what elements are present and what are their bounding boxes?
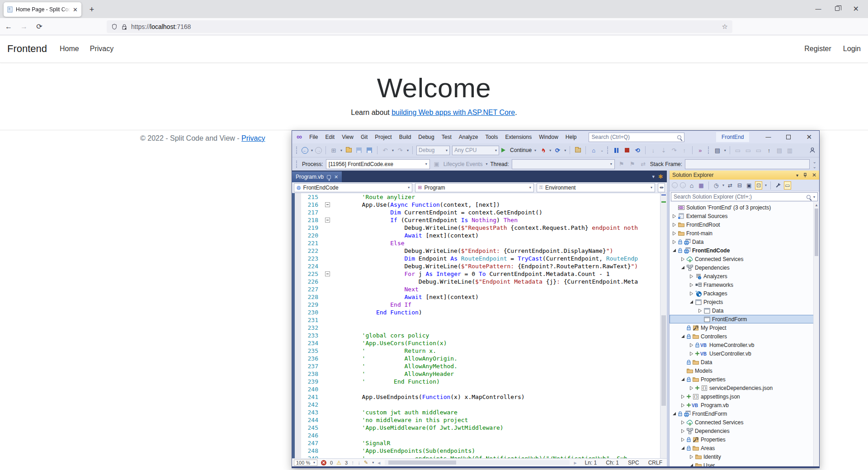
code-line-216[interactable]: 216 App.Use(Async Function(context, [nex… — [292, 201, 667, 209]
tree-item-analyzers[interactable]: iAnalyzers — [670, 272, 819, 280]
solution-explorer-title-bar[interactable]: Solution Explorer ▾ ✕ — [670, 171, 819, 180]
live-share-icon[interactable] — [808, 146, 816, 155]
tree-item-controllers[interactable]: Controllers — [670, 332, 819, 341]
hot-reload-icon[interactable] — [538, 146, 547, 155]
code-line-249[interactable]: 249 ' endpoints.MapHub(Of NotificationHu… — [292, 455, 667, 458]
expander-closed-icon[interactable] — [680, 403, 686, 408]
nav-link-home[interactable]: Home — [60, 45, 79, 53]
login-link[interactable]: Login — [843, 45, 861, 53]
collapse-all-icon[interactable]: ⊟ — [736, 181, 743, 190]
code-line-215[interactable]: 215 'Route anylizer — [292, 193, 667, 201]
expander-closed-icon[interactable] — [689, 343, 694, 347]
tree-scrollbar[interactable]: ▲ — [813, 202, 819, 466]
toolbar-overflow-icon[interactable]: ⌄⌄ — [813, 159, 816, 169]
tree-item-projects[interactable]: Projects — [670, 298, 819, 306]
menu-help[interactable]: Help — [562, 132, 580, 142]
tree-item-solution-frontend-3-of-3-projects[interactable]: Solution 'FrontEnd' (3 of 3 projects) — [670, 203, 819, 212]
tree-item-homecontroller-vb[interactable]: VBHomeController.vb — [670, 341, 819, 349]
menu-project[interactable]: Project — [371, 132, 395, 142]
code-line-226[interactable]: 226 Debug.WriteLine($"Endpoint Metadata … — [292, 278, 667, 285]
code-line-237[interactable]: 237 ' AllowAnyMethod. — [292, 362, 667, 370]
format-document-icon[interactable]: ▤ — [775, 146, 783, 155]
menu-tools[interactable]: Tools — [481, 132, 501, 142]
menu-extensions[interactable]: Extensions — [501, 132, 535, 142]
code-line-218[interactable]: 218 If (CurrentEndpoint Is Nothing) Then — [292, 216, 667, 224]
tree-item-frameworks[interactable]: Frameworks — [670, 280, 819, 289]
expander-closed-icon[interactable] — [671, 231, 677, 236]
expander-closed-icon[interactable] — [689, 351, 694, 356]
pending-changes-icon[interactable]: ◷ — [712, 181, 720, 190]
code-line-219[interactable]: 219 Debug.WriteLine($"RequestPath {conte… — [292, 224, 667, 232]
warning-count[interactable]: 3 — [345, 460, 348, 465]
tree-item-dependencies[interactable]: Dependencies — [670, 263, 819, 272]
menu-file[interactable]: File — [306, 132, 321, 142]
tree-item-frontendform[interactable]: FrontEndForm — [670, 409, 819, 418]
expander-closed-icon[interactable] — [680, 429, 686, 433]
expander-open-icon[interactable] — [671, 412, 677, 416]
code-line-240[interactable]: 240 — [292, 385, 667, 393]
code-line-225[interactable]: 225 For j As Integer = 0 To CurrentEndpo… — [292, 270, 667, 278]
wrench-icon[interactable] — [774, 181, 782, 190]
browse-with-icon[interactable] — [574, 146, 582, 155]
close-panel-icon[interactable]: ✕ — [812, 172, 816, 178]
window-restore-icon[interactable] — [835, 5, 840, 12]
menu-build[interactable]: Build — [396, 132, 415, 142]
tree-item-data[interactable]: Data — [670, 237, 819, 246]
vs-minimize-icon[interactable]: — — [765, 134, 771, 140]
shield-icon[interactable] — [111, 24, 118, 30]
tree-item-models[interactable]: Models — [670, 366, 819, 375]
stack-frame-dropdown[interactable] — [685, 159, 809, 169]
pin-icon[interactable] — [803, 173, 807, 178]
code-line-232[interactable]: 232 — [292, 324, 667, 332]
tree-item-appsettings-json[interactable]: {}appsettings.json — [670, 392, 819, 401]
tree-item-servicedependencies-json[interactable]: {}serviceDependencies.json — [670, 384, 819, 392]
solution-explorer-search-input[interactable] — [674, 194, 804, 200]
register-link[interactable]: Register — [804, 45, 831, 53]
url-bar[interactable]: https://localhost:7168 ☆ — [107, 20, 732, 33]
code-line-239[interactable]: 239 ' End Function) — [292, 378, 667, 385]
code-line-233[interactable]: 233 'global cors policy — [292, 332, 667, 339]
expander-closed-icon[interactable] — [671, 214, 677, 218]
lock-icon[interactable] — [121, 24, 127, 30]
tree-item-frontendform[interactable]: FrontEndForm — [670, 315, 819, 323]
horizontal-scrollbar[interactable] — [385, 460, 569, 465]
editor-vertical-scrollbar[interactable] — [660, 193, 667, 458]
menu-test[interactable]: Test — [438, 132, 455, 142]
footer-privacy-link[interactable]: Privacy — [241, 134, 265, 142]
code-line-222[interactable]: 222 Debug.WriteLine($"Endpoint: {Current… — [292, 247, 667, 255]
properties-toggle[interactable]: ▭ — [784, 181, 791, 190]
next-comment-icon[interactable]: ▭ — [755, 146, 763, 155]
expander-open-icon[interactable] — [671, 248, 677, 252]
code-line-247[interactable]: 247 'SignalR — [292, 439, 667, 447]
thread-dropdown[interactable]: ▾ — [512, 159, 615, 169]
code-line-231[interactable]: 231 — [292, 316, 667, 324]
code-line-236[interactable]: 236 ' AllowAnyOrigin. — [292, 355, 667, 362]
code-line-244[interactable]: 244 'no middleware in this project — [292, 416, 667, 424]
redo-icon[interactable]: ↷ — [396, 146, 404, 155]
browser-tab[interactable]: Home Page - Split Code and Vie ✕ — [4, 2, 81, 17]
tree-item-my-project[interactable]: My Project — [670, 323, 819, 332]
split-window-icon[interactable]: ⇹ — [658, 183, 665, 192]
reload-button[interactable]: ⟳ — [33, 20, 46, 33]
solution-configuration-dropdown[interactable]: Debug▾ — [416, 146, 450, 155]
tree-item-user[interactable]: User — [670, 461, 819, 466]
tree-item-frontendroot[interactable]: FrontEndRoot — [670, 220, 819, 229]
code-line-241[interactable]: 241 App.UseEndpoints(Function(x) x.MapCo… — [292, 393, 667, 401]
tree-item-dependencies[interactable]: Dependencies — [670, 427, 819, 435]
menu-window[interactable]: Window — [535, 132, 562, 142]
menu-git[interactable]: Git — [357, 132, 371, 142]
code-line-217[interactable]: 217 Dim CurrentEndpoint = context.GetEnd… — [292, 209, 667, 216]
menu-edit[interactable]: Edit — [321, 132, 338, 142]
code-area[interactable]: 215 'Route anylizer216 App.Use(Async Fun… — [292, 193, 667, 458]
close-tab-icon[interactable]: ✕ — [334, 174, 338, 180]
expander-open-icon[interactable] — [680, 377, 686, 381]
expander-open-icon[interactable] — [689, 300, 694, 304]
expander-closed-icon[interactable] — [689, 274, 694, 279]
tree-item-usercontroller-vb[interactable]: VBUserController.vb — [670, 349, 819, 358]
code-line-235[interactable]: 235 ' Return x. — [292, 347, 667, 355]
tree-item-packages[interactable]: Packages — [670, 289, 819, 298]
toolbar-grip[interactable] — [607, 147, 609, 154]
tree-item-external-sources[interactable]: External Sources — [670, 212, 819, 220]
learn-link[interactable]: building Web apps with ASP.NET Core — [392, 109, 515, 116]
code-line-245[interactable]: 245 'App.UseMiddleware(Of Jwt.JwtMiddlew… — [292, 424, 667, 432]
